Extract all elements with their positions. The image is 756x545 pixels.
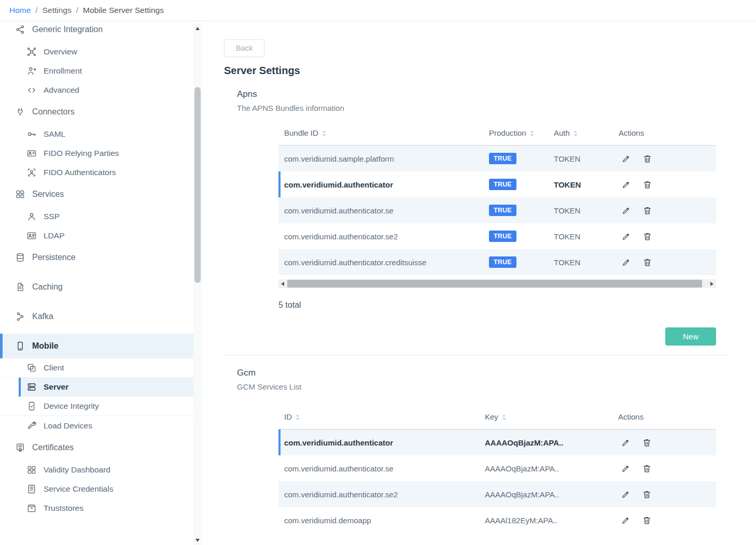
delete-icon[interactable] [642, 180, 652, 190]
sidebar-item-label: Advanced [44, 85, 79, 95]
delete-icon[interactable] [642, 490, 652, 499]
edit-icon[interactable] [621, 490, 631, 499]
scroll-up-arrow[interactable] [193, 25, 202, 32]
delete-icon[interactable] [642, 438, 652, 448]
bundle-id-cell: com.veridiumid.authenticator.se [278, 206, 483, 215]
production-cell: TRUE [483, 256, 548, 268]
edit-icon[interactable] [621, 180, 631, 190]
apns-column-production[interactable]: Production [483, 128, 548, 137]
sort-icon [502, 414, 506, 421]
apns-table-row[interactable]: com.veridiumid.authenticatorTRUETOKEN [278, 171, 716, 197]
gcm-section: Gcm GCM Services List IDKeyActions com.v… [237, 368, 729, 533]
sidebar-item-label: Connectors [32, 107, 75, 117]
sidebar-item-kafka[interactable]: Kafka [0, 304, 193, 329]
delete-icon[interactable] [642, 154, 652, 164]
apns-table-row[interactable]: com.veridiumid.sample.platformTRUETOKEN [278, 146, 716, 171]
production-cell: TRUE [483, 231, 548, 242]
sidebar-item-label: Generic Integration [32, 25, 103, 34]
edit-icon[interactable] [621, 206, 631, 216]
sidebar-item-load-devices[interactable]: Load Devices [0, 416, 193, 435]
production-cell: TRUE [483, 153, 548, 164]
scroll-down-arrow[interactable] [193, 537, 202, 544]
bundle-id-cell: com.veridiumid.authenticator [278, 180, 483, 189]
delete-icon[interactable] [642, 232, 652, 241]
sidebar-item-label: FIDO Relying Parties [44, 149, 119, 158]
sidebar-item-label: Validity Dashboard [44, 465, 110, 475]
apns-table-row[interactable]: com.veridiumid.authenticator.se2TRUETOKE… [278, 223, 716, 249]
sidebar-item-enrollment[interactable]: Enrollment [0, 61, 193, 80]
triangle-down-icon [195, 539, 200, 542]
sort-icon [322, 130, 326, 137]
sidebar-item-overview[interactable]: Overview [0, 42, 193, 61]
apns-horizontal-scrollbar[interactable] [278, 279, 716, 288]
delete-icon[interactable] [642, 464, 652, 474]
edit-icon[interactable] [621, 154, 631, 164]
credentials-doc-icon [26, 484, 37, 494]
breadcrumb-current-page: Mobile Server Settings [83, 6, 164, 15]
sidebar-item-ldap[interactable]: LDAP [0, 226, 193, 245]
apns-column-auth[interactable]: Auth [548, 128, 613, 137]
edit-icon[interactable] [621, 464, 631, 474]
edit-icon[interactable] [621, 438, 631, 448]
gcm-table-row[interactable]: com.veridiumid.authenticatorAAAAOqBjazM:… [278, 429, 716, 455]
gcm-id-cell: com.veridiumid.demoapp [278, 516, 479, 525]
gcm-column-key[interactable]: Key [479, 412, 612, 421]
sidebar-item-server[interactable]: Server [19, 378, 193, 397]
new-button[interactable]: New [665, 327, 716, 346]
sidebar-item-fido-authenticators[interactable]: FIDO Authenticators [0, 163, 193, 182]
sidebar-item-validity-dashboard[interactable]: Validity Dashboard [0, 460, 193, 479]
nodes-icon [15, 311, 26, 322]
breadcrumb: Home / Settings / Mobile Server Settings [0, 0, 756, 21]
delete-icon[interactable] [642, 257, 652, 267]
production-badge: TRUE [489, 153, 516, 164]
scrollbar-track[interactable] [287, 279, 708, 288]
sidebar-item-mobile[interactable]: Mobile [0, 334, 193, 358]
bundle-id-cell: com.veridiumid.authenticator.se2 [278, 232, 483, 241]
gcm-table-row[interactable]: com.veridiumid.authenticator.se2AAAAOqBj… [278, 481, 716, 507]
sidebar-item-connectors[interactable]: Connectors [0, 99, 193, 124]
sidebar-item-saml[interactable]: SAML [0, 124, 193, 144]
edit-icon[interactable] [621, 515, 631, 525]
column-label: Key [485, 412, 498, 421]
sidebar-item-fido-relying-parties[interactable]: FIDO Relying Parties [0, 144, 193, 163]
sidebar-item-services[interactable]: Services [0, 182, 193, 207]
apns-table-header: Bundle IDProductionAuthActions [278, 121, 716, 146]
edit-icon[interactable] [621, 257, 631, 267]
breadcrumb-home-link[interactable]: Home [9, 6, 31, 15]
apns-table-row[interactable]: com.veridiumid.authenticator.creditsuiss… [278, 249, 716, 275]
scroll-right-arrow[interactable] [708, 279, 716, 288]
edit-icon[interactable] [621, 232, 631, 241]
sidebar-item-certificates[interactable]: Certificates [0, 435, 193, 460]
breadcrumb-separator: / [76, 6, 78, 15]
sidebar-item-label: Mobile [32, 341, 59, 351]
gcm-table-row[interactable]: com.veridiumid.authenticator.seAAAAOqBja… [278, 455, 716, 481]
sidebar-item-persistence[interactable]: Persistence [0, 245, 193, 270]
scroll-left-arrow[interactable] [278, 279, 287, 288]
gcm-column-id[interactable]: ID [278, 412, 479, 421]
delete-icon[interactable] [642, 206, 652, 216]
sidebar-scrollbar-thumb[interactable] [194, 87, 201, 283]
sidebar-item-advanced[interactable]: Advanced [0, 80, 193, 99]
sidebar-item-ssp[interactable]: SSP [0, 207, 193, 226]
back-button[interactable]: Back [224, 39, 264, 57]
sidebar-scrollbar[interactable] [193, 24, 202, 545]
sidebar-item-service-credentials[interactable]: Service Credentials [0, 479, 193, 498]
server-icon [26, 382, 37, 392]
delete-icon[interactable] [642, 515, 652, 525]
sidebar-item-client[interactable]: Client [0, 358, 193, 378]
apns-table-body: com.veridiumid.sample.platformTRUETOKENc… [278, 146, 716, 275]
sidebar-item-device-integrity[interactable]: Device Integrity [0, 397, 193, 416]
sidebar-item-caching[interactable]: Caching [0, 275, 193, 299]
apns-table-row[interactable]: com.veridiumid.authenticator.seTRUETOKEN [278, 197, 716, 223]
sidebar-item-truststores[interactable]: Truststores [0, 498, 193, 518]
gcm-table: IDKeyActions com.veridiumid.authenticato… [278, 405, 716, 533]
actions-cell [612, 515, 716, 525]
horizontal-scrollbar-thumb[interactable] [287, 280, 702, 288]
gcm-table-row[interactable]: com.veridiumid.demoappAAAAl182EyM:APA.. [278, 507, 716, 533]
column-label: Production [489, 128, 526, 137]
sidebar-item-label: SSP [44, 212, 60, 221]
user-icon [26, 211, 37, 222]
breadcrumb-settings-link[interactable]: Settings [43, 6, 72, 15]
apns-column-bundle-id[interactable]: Bundle ID [278, 128, 483, 137]
sidebar-item-generic-integration[interactable]: Generic Integration [0, 21, 193, 42]
